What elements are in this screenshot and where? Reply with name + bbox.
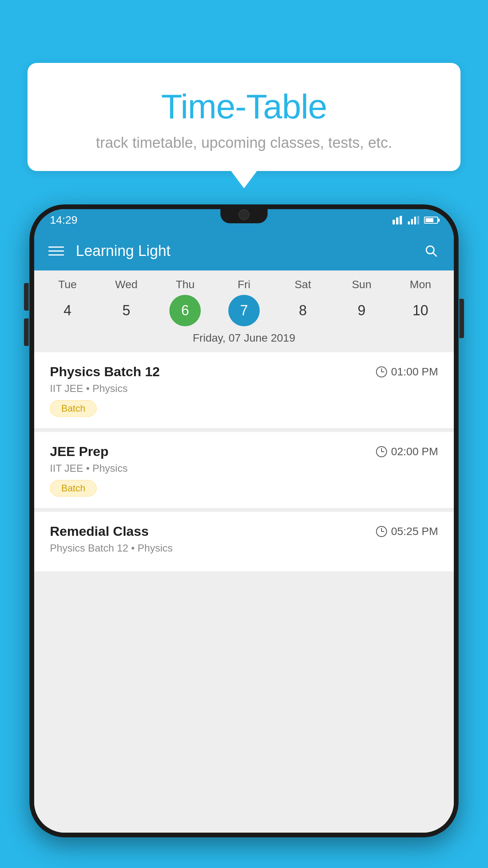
battery-fill: [426, 218, 433, 222]
date-10[interactable]: 10: [405, 295, 436, 326]
time-text-3: 05:25 PM: [391, 525, 438, 538]
schedule-item-2[interactable]: JEE Prep 02:00 PM IIT JEE • Physics Batc…: [34, 432, 454, 509]
hamburger-menu-icon[interactable]: [48, 246, 64, 256]
app-bar: Learning Light: [34, 231, 454, 270]
schedule-time-2: 02:00 PM: [376, 445, 438, 458]
day-sun: Sun: [342, 278, 381, 291]
day-tue: Tue: [48, 278, 87, 291]
schedule-title-2: JEE Prep: [50, 444, 108, 459]
selected-date-label: Friday, 07 June 2019: [34, 326, 454, 348]
hamburger-line-1: [48, 246, 64, 248]
time-text-2: 02:00 PM: [391, 445, 438, 458]
clock-icon-3: [376, 526, 387, 537]
clock-icon-2: [376, 446, 387, 457]
tooltip-title: Time-Table: [51, 86, 437, 127]
day-sat: Sat: [283, 278, 323, 291]
date-4[interactable]: 4: [52, 295, 83, 326]
schedule-item-3-header: Remedial Class 05:25 PM: [50, 524, 438, 539]
date-5[interactable]: 5: [111, 295, 142, 326]
day-fri: Fri: [224, 278, 264, 291]
app-title: Learning Light: [76, 243, 422, 259]
calendar-strip: Tue Wed Thu Fri Sat Sun Mon 4 5 6 7 8 9 …: [34, 270, 454, 352]
days-header: Tue Wed Thu Fri Sat Sun Mon: [34, 278, 454, 291]
batch-badge-2: Batch: [50, 480, 97, 497]
schedule-item-1[interactable]: Physics Batch 12 01:00 PM IIT JEE • Phys…: [34, 352, 454, 429]
schedule-meta-2: IIT JEE • Physics: [50, 462, 438, 474]
power-button: [459, 299, 464, 338]
hamburger-line-2: [48, 250, 64, 252]
tooltip-subtitle: track timetable, upcoming classes, tests…: [51, 134, 437, 151]
date-8[interactable]: 8: [287, 295, 319, 326]
schedule-list: Physics Batch 12 01:00 PM IIT JEE • Phys…: [34, 352, 454, 833]
divider-1: [34, 429, 454, 432]
svg-line-1: [433, 253, 436, 256]
battery-icon: [424, 217, 438, 224]
status-icons: [391, 216, 438, 224]
schedule-title-3: Remedial Class: [50, 524, 149, 539]
hamburger-line-3: [48, 254, 64, 256]
schedule-meta-3: Physics Batch 12 • Physics: [50, 542, 438, 554]
search-button[interactable]: [422, 242, 440, 259]
phone-outer: 14:29: [29, 204, 459, 837]
wifi-icon: [391, 216, 403, 224]
schedule-meta-1: IIT JEE • Physics: [50, 383, 438, 395]
vol-up-button: [24, 283, 29, 311]
day-mon: Mon: [401, 278, 440, 291]
dates-row: 4 5 6 7 8 9 10: [34, 295, 454, 326]
schedule-title-1: Physics Batch 12: [50, 364, 160, 379]
vol-down-button: [24, 318, 29, 346]
date-6-today[interactable]: 6: [169, 295, 201, 326]
phone-wrapper: 14:29: [29, 204, 459, 868]
schedule-item-2-header: JEE Prep 02:00 PM: [50, 444, 438, 459]
schedule-item-1-header: Physics Batch 12 01:00 PM: [50, 364, 438, 379]
divider-2: [34, 509, 454, 512]
clock-icon-1: [376, 366, 387, 377]
date-9[interactable]: 9: [346, 295, 377, 326]
day-wed: Wed: [107, 278, 146, 291]
phone-screen: 14:29: [34, 209, 454, 833]
schedule-time-3: 05:25 PM: [376, 525, 438, 538]
time-text-1: 01:00 PM: [391, 366, 438, 378]
schedule-item-3[interactable]: Remedial Class 05:25 PM Physics Batch 12…: [34, 512, 454, 572]
batch-badge-1: Batch: [50, 400, 97, 417]
schedule-time-1: 01:00 PM: [376, 366, 438, 378]
signal-icon: [408, 216, 419, 224]
date-7-selected[interactable]: 7: [228, 295, 260, 326]
day-thu: Thu: [165, 278, 205, 291]
status-time: 14:29: [50, 214, 77, 226]
tooltip-card: Time-Table track timetable, upcoming cla…: [28, 63, 460, 171]
front-camera: [238, 209, 250, 220]
